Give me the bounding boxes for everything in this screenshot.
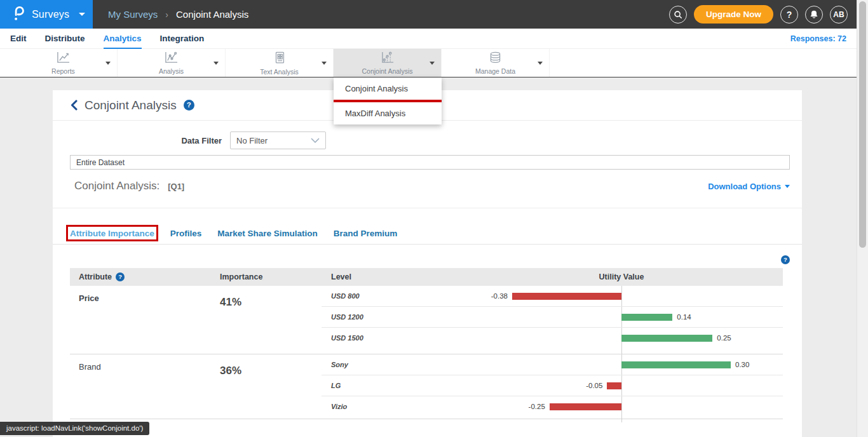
toolbar-analysis[interactable]: Analysis (118, 49, 226, 77)
analytics-toolbar: Reports Analysis Text Analysis (0, 49, 857, 77)
download-options-link[interactable]: Download Options (708, 182, 790, 191)
breadcrumb-separator: › (165, 10, 168, 20)
utility-value-label: 0.25 (717, 328, 731, 349)
table-help-icon[interactable]: ? (781, 255, 790, 264)
search-icon[interactable] (669, 6, 687, 24)
header-utility-value: Utility Value (599, 268, 644, 286)
utility-bar (621, 361, 731, 368)
avatar[interactable]: AB (830, 6, 848, 24)
level-row: LG-0.05 (322, 375, 783, 396)
chevron-down-icon (785, 185, 790, 188)
header-importance: Importance (220, 272, 322, 281)
scatter-line-chart-icon (163, 51, 179, 67)
table-help-row: ? (70, 255, 790, 264)
scrollbar-track[interactable] (857, 0, 868, 437)
attribute-name: Price (70, 286, 220, 349)
help-icon[interactable]: ? (780, 6, 798, 24)
data-filter-select[interactable]: No Filter (230, 131, 326, 149)
tab-profiles[interactable]: Profiles (170, 229, 202, 238)
tab-attribute-importance[interactable]: Attribute Importance (70, 229, 154, 238)
nav-integration[interactable]: Integration (160, 29, 205, 49)
level-row: USD 800-0.38 (322, 286, 783, 307)
utility-bar (512, 293, 621, 300)
utility-value-label: 0.30 (735, 354, 749, 375)
toolbar-text-analysis[interactable]: Text Analysis (226, 49, 334, 77)
question-code: [Q1] (168, 182, 184, 191)
level-row: Sony0.30 (322, 354, 783, 375)
attribute-help-icon[interactable]: ? (116, 272, 125, 281)
level-label: USD 1200 (331, 307, 363, 328)
breadcrumb: My Surveys › Conjoint Analysis (93, 0, 248, 29)
product-switcher[interactable]: Surveys (0, 0, 93, 29)
table-header: Attribute ? Importance Level Utility Val… (70, 268, 783, 286)
level-row: USD 15000.25 (322, 328, 783, 349)
app-window: Surveys My Surveys › Conjoint Analysis U… (0, 0, 857, 437)
analysis-dropdown-arrow[interactable] (214, 62, 219, 65)
scrollbar-thumb[interactable] (859, 1, 866, 248)
menu-item-maxdiff-analysis[interactable]: MaxDiff Analysis (334, 102, 442, 124)
utility-value-label: -0.38 (491, 286, 508, 307)
conjoint-dropdown-arrow[interactable] (430, 62, 435, 65)
toolbar-reports[interactable]: Reports (10, 49, 118, 77)
page-background: Conjoint Analysis ? Data Filter No Filte… (0, 77, 857, 437)
breadcrumb-my-surveys[interactable]: My Surveys (108, 9, 158, 20)
table-body: Price41%USD 800-0.38USD 12000.14USD 1500… (70, 286, 783, 419)
importance-value: 41% (220, 286, 322, 349)
link-status-tooltip: javascript: loadNavLink('showConjoint.do… (0, 422, 149, 435)
toolbar-conjoint-analysis[interactable]: Conjoint Analysis (334, 49, 442, 77)
upgrade-now-button[interactable]: Upgrade Now (694, 5, 773, 24)
line-chart-icon (55, 51, 71, 67)
conjoint-dropdown-menu: Conjoint Analysis MaxDiff Analysis (334, 77, 442, 124)
attribute-group: Brand36%Sony0.30LG-0.05Vizio-0.25 (70, 354, 783, 419)
back-chevron-icon[interactable] (70, 100, 78, 111)
level-label: LG (331, 375, 341, 396)
level-label: USD 800 (331, 286, 360, 307)
attribute-name: Brand (70, 354, 220, 417)
text-analysis-dropdown-arrow[interactable] (322, 62, 327, 65)
nav-analytics[interactable]: Analytics (104, 29, 142, 49)
level-label: Vizio (331, 396, 347, 417)
breadcrumb-current: Conjoint Analysis (176, 9, 248, 20)
divider (53, 244, 802, 245)
responses-count: Responses: 72 (790, 34, 846, 43)
questionpro-logo-icon (12, 5, 25, 24)
attribute-importance-table: Attribute ? Importance Level Utility Val… (70, 268, 783, 419)
notifications-bell-icon[interactable] (805, 6, 823, 24)
header-attribute: Attribute ? (70, 272, 220, 281)
utility-bar (607, 382, 621, 389)
utility-bar (550, 403, 621, 410)
divider (53, 208, 802, 208)
nav-edit[interactable]: Edit (10, 29, 27, 49)
data-filter-row: Data Filter No Filter (70, 131, 790, 149)
utility-bar (621, 314, 672, 321)
data-filter-label: Data Filter (70, 136, 230, 145)
title-help-icon[interactable]: ? (184, 100, 194, 111)
levels-chart: Sony0.30LG-0.05Vizio-0.25 (322, 354, 783, 417)
header-level: Level (322, 272, 351, 281)
level-label: Sony (331, 354, 348, 375)
utility-value-label: -0.05 (586, 375, 602, 396)
menu-item-conjoint-analysis[interactable]: Conjoint Analysis (334, 77, 442, 100)
content-card: Conjoint Analysis ? Data Filter No Filte… (53, 90, 802, 437)
dataset-input[interactable] (70, 155, 790, 170)
nav-distribute[interactable]: Distribute (45, 29, 85, 49)
utility-value-label: -0.25 (529, 396, 545, 417)
utility-value-label: 0.14 (677, 307, 691, 328)
tab-brand-premium[interactable]: Brand Premium (334, 229, 398, 238)
product-name: Surveys (32, 9, 69, 20)
page-title: Conjoint Analysis (85, 98, 177, 112)
top-bar: Surveys My Surveys › Conjoint Analysis U… (0, 0, 857, 29)
level-row: USD 12000.14 (322, 307, 783, 328)
toolbar-manage-data[interactable]: Manage Data (442, 49, 550, 77)
database-icon (488, 51, 503, 67)
manage-data-dropdown-arrow[interactable] (538, 62, 543, 65)
level-label: USD 1500 (331, 328, 363, 349)
document-grid-icon (273, 51, 287, 67)
conjoint-chart-icon (379, 51, 395, 67)
section-title: Conjoint Analysis: (70, 180, 159, 192)
survey-nav: Edit Distribute Analytics Integration Re… (0, 29, 857, 49)
tab-market-share-simulation[interactable]: Market Share Simulation (217, 229, 318, 238)
chevron-down-icon (79, 13, 85, 16)
reports-dropdown-arrow[interactable] (105, 62, 111, 65)
level-row: Vizio-0.25 (322, 396, 783, 417)
